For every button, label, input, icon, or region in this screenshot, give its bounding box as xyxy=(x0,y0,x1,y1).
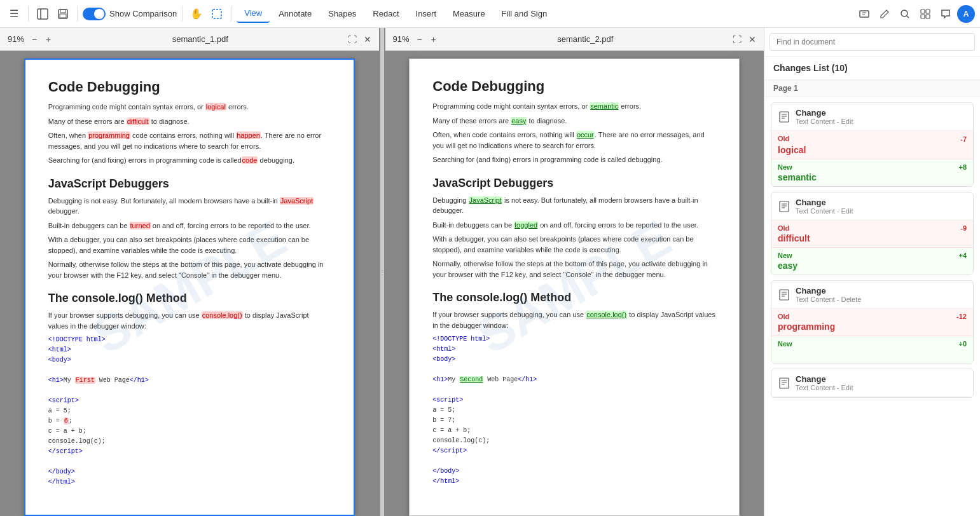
nav-shapes[interactable]: Shapes xyxy=(321,5,364,22)
change-3-title-area: Change Text Content - Delete xyxy=(796,286,861,303)
change-item-1[interactable]: Change Text Content - Edit Old -7 logica… xyxy=(771,102,974,187)
right-fullscreen-icon[interactable]: ⛶ xyxy=(731,33,743,46)
right-pdf-actions: ⛶ ✕ xyxy=(731,33,759,46)
right-pdf-panel: 91% − + semantic_2.pdf ⛶ ✕ SAMPLE Code D… xyxy=(385,28,764,516)
change-1-title: Change xyxy=(796,108,853,118)
nav-insert[interactable]: Insert xyxy=(408,5,445,22)
left-p1: Programming code might contain syntax er… xyxy=(48,102,331,112)
change-2-title: Change xyxy=(796,198,853,207)
change-1-new-row: New +8 xyxy=(778,163,967,171)
svg-rect-6 xyxy=(860,11,869,17)
change-1-new-count: +8 xyxy=(958,163,967,171)
comment-icon[interactable] xyxy=(937,5,955,23)
right-pdf-content[interactable]: SAMPLE Code Debugging Programming code m… xyxy=(385,51,764,516)
right-zoom-in[interactable]: + xyxy=(427,33,440,46)
panel-divider[interactable]: ⋮ xyxy=(380,28,384,516)
left-fullscreen-icon[interactable]: ⛶ xyxy=(346,33,359,46)
right-s2p3: With a debugger, you can also set breakp… xyxy=(432,234,716,255)
left-p3: Often, when programming code contains er… xyxy=(48,130,331,151)
change-4-title: Change xyxy=(796,374,853,384)
change-2-new-count: +4 xyxy=(958,252,967,259)
left-zoom-in[interactable]: + xyxy=(42,33,55,46)
svg-rect-12 xyxy=(926,15,930,18)
search-icon[interactable] xyxy=(896,5,914,23)
sidebar-toggle-icon[interactable] xyxy=(34,5,52,23)
change-4-icon xyxy=(778,377,790,390)
main-area: 91% − + semantic_1.pdf ⛶ ✕ SAMPLE Code D… xyxy=(0,28,980,516)
change-3-title: Change xyxy=(796,286,861,295)
left-pdf-header: 91% − + semantic_1.pdf ⛶ ✕ xyxy=(0,28,379,51)
toggle-thumb xyxy=(94,9,104,19)
changes-list: Change Text Content - Edit Old -7 logica… xyxy=(764,97,980,516)
divider-1 xyxy=(28,6,29,22)
nav-redact[interactable]: Redact xyxy=(365,5,406,22)
page-1-label: Page 1 xyxy=(764,80,980,97)
left-s3p1: If your browser supports debugging, you … xyxy=(48,310,331,331)
left-close-icon[interactable]: ✕ xyxy=(361,33,374,46)
pdf-panels: 91% − + semantic_1.pdf ⛶ ✕ SAMPLE Code D… xyxy=(0,28,764,516)
left-pdf-title: semantic_1.pdf xyxy=(57,34,343,44)
grid-icon[interactable] xyxy=(916,5,934,23)
nav-view[interactable]: View xyxy=(237,4,270,23)
change-2-new-row: New +4 xyxy=(778,252,967,259)
left-highlight-programming: programming xyxy=(88,132,130,139)
change-3-old-label: Old xyxy=(778,313,789,320)
left-zoom-out[interactable]: − xyxy=(28,33,41,46)
show-comparison-toggle[interactable]: Show Comparison xyxy=(83,8,177,20)
left-highlight-javascript: JavaScript xyxy=(280,197,314,205)
change-3-old-value: programming xyxy=(778,322,967,332)
left-section2: JavaScript Debuggers xyxy=(48,177,331,191)
sidebar-search-area xyxy=(764,28,980,57)
change-3-subtitle: Text Content - Delete xyxy=(796,295,861,303)
left-pdf-page: SAMPLE Code Debugging Programming code m… xyxy=(24,58,355,516)
find-in-document-input[interactable] xyxy=(770,33,975,51)
svg-rect-25 xyxy=(780,378,789,388)
divider-2 xyxy=(77,6,78,22)
nav-fill-sign[interactable]: Fill and Sign xyxy=(494,5,555,22)
divider-3 xyxy=(182,6,183,22)
right-zoom-out[interactable]: − xyxy=(413,33,426,46)
changes-list-header: Changes List (10) xyxy=(764,57,980,80)
left-highlight-happen: happen xyxy=(236,132,261,139)
left-highlight-consolelog: console.log() xyxy=(202,311,243,319)
right-highlight-semantic: semantic xyxy=(590,102,619,110)
nav-annotate[interactable]: Annotate xyxy=(271,5,319,22)
edit-icon[interactable] xyxy=(876,5,894,23)
change-1-old: Old -7 logical xyxy=(771,131,973,160)
change-1-icon xyxy=(778,111,790,123)
change-3-new-row: New +0 xyxy=(778,340,967,348)
share-icon[interactable] xyxy=(855,5,873,23)
menu-icon[interactable]: ☰ xyxy=(5,5,23,23)
svg-rect-17 xyxy=(780,201,789,212)
change-3-old-count: -12 xyxy=(956,313,967,320)
right-close-icon[interactable]: ✕ xyxy=(746,33,759,46)
right-zoom-controls: 91% − + xyxy=(390,33,440,46)
left-highlight-turned: turned xyxy=(130,222,151,229)
change-item-2[interactable]: Change Text Content - Edit Old -9 diffic… xyxy=(771,192,974,275)
change-3-new-label: New xyxy=(778,340,792,348)
change-1-new: New +8 semantic xyxy=(771,160,973,186)
change-item-3[interactable]: Change Text Content - Delete Old -12 pro… xyxy=(771,280,974,363)
pan-tool-icon[interactable]: ✋ xyxy=(188,5,205,23)
change-2-icon xyxy=(778,200,790,213)
right-s3p1: If your browser supports debugging, you … xyxy=(432,309,716,330)
change-2-old-value: difficult xyxy=(778,233,967,243)
svg-rect-9 xyxy=(921,10,925,13)
change-2-new-label: New xyxy=(778,252,792,259)
changes-sidebar: Changes List (10) Page 1 Change Text Con… xyxy=(764,28,980,516)
change-2-old-count: -9 xyxy=(960,224,967,232)
user-avatar[interactable]: A xyxy=(957,5,975,23)
svg-line-8 xyxy=(907,16,909,18)
toggle-track xyxy=(83,8,106,20)
left-pdf-content[interactable]: SAMPLE Code Debugging Programming code m… xyxy=(0,51,379,516)
change-4-subtitle: Text Content - Edit xyxy=(796,384,853,391)
change-item-4[interactable]: Change Text Content - Edit xyxy=(771,369,974,398)
divider-4 xyxy=(231,6,231,22)
left-s2p1: Debugging is not easy. But fortunately, … xyxy=(48,196,331,217)
change-1-old-row: Old -7 xyxy=(778,135,967,144)
nav-measure[interactable]: Measure xyxy=(445,5,493,22)
change-1-old-value: logical xyxy=(778,145,967,155)
svg-rect-10 xyxy=(926,10,930,13)
select-tool-icon[interactable] xyxy=(208,5,226,23)
save-icon[interactable] xyxy=(54,5,72,23)
